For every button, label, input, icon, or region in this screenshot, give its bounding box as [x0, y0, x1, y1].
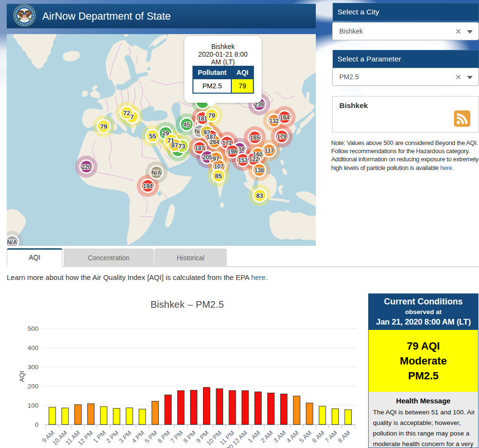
svg-text:45: 45 — [183, 121, 190, 128]
svg-text:10 AM: 10 AM — [51, 429, 69, 447]
svg-text:12 PM: 12 PM — [76, 429, 94, 447]
svg-text:1 AM: 1 AM — [246, 429, 262, 445]
svg-text:72: 72 — [123, 109, 130, 117]
svg-text:171: 171 — [222, 140, 232, 146]
svg-text:107: 107 — [214, 163, 224, 170]
svg-text:AQI: AQI — [18, 371, 25, 382]
svg-text:164: 164 — [280, 114, 289, 121]
svg-text:10 PM: 10 PM — [205, 429, 223, 447]
svg-text:3 PM: 3 PM — [118, 429, 133, 445]
svg-text:83: 83 — [256, 192, 263, 199]
svg-text:3 AM: 3 AM — [272, 429, 287, 445]
svg-text:4 AM: 4 AM — [285, 429, 300, 445]
svg-text:264: 264 — [210, 139, 219, 145]
svg-text:117: 117 — [264, 147, 274, 154]
svg-text:138: 138 — [254, 167, 264, 174]
svg-text:500: 500 — [27, 325, 38, 332]
svg-text:187: 187 — [195, 145, 204, 152]
svg-text:2 AM: 2 AM — [259, 429, 275, 445]
svg-text:200: 200 — [27, 383, 38, 390]
svg-text:198: 198 — [228, 148, 237, 155]
svg-text:179: 179 — [277, 133, 287, 140]
svg-text:7 AM: 7 AM — [323, 429, 339, 445]
svg-text:7: 7 — [130, 113, 133, 121]
svg-text:2 PM: 2 PM — [105, 429, 120, 445]
svg-text:6 AM: 6 AM — [311, 429, 326, 445]
svg-text:1 PM: 1 PM — [92, 429, 107, 445]
svg-text:220: 220 — [82, 164, 91, 170]
svg-text:73: 73 — [179, 143, 185, 150]
svg-text:85: 85 — [215, 172, 222, 180]
svg-text:400: 400 — [27, 344, 38, 351]
svg-text:97: 97 — [213, 155, 219, 162]
svg-text:132: 132 — [269, 118, 279, 124]
svg-text:6 PM: 6 PM — [156, 429, 171, 445]
svg-text:87: 87 — [171, 142, 178, 149]
svg-text:100: 100 — [27, 402, 38, 409]
svg-text:7 PM: 7 PM — [169, 429, 184, 445]
svg-text:79: 79 — [208, 112, 215, 119]
svg-text:N/A: N/A — [7, 239, 17, 246]
svg-text:5 AM: 5 AM — [298, 429, 313, 445]
svg-text:55: 55 — [149, 133, 156, 140]
svg-text:4 PM: 4 PM — [131, 429, 146, 445]
svg-text:29: 29 — [162, 130, 169, 137]
svg-text:8 PM: 8 PM — [182, 429, 197, 445]
svg-text:300: 300 — [27, 363, 38, 371]
svg-text:N/A: N/A — [152, 170, 162, 176]
svg-text:165: 165 — [250, 134, 260, 141]
svg-text:0: 0 — [35, 421, 38, 428]
svg-text:153: 153 — [238, 157, 248, 164]
svg-text:194: 194 — [143, 183, 153, 190]
svg-text:122: 122 — [249, 156, 259, 163]
svg-text:5 PM: 5 PM — [143, 429, 158, 445]
svg-text:181: 181 — [198, 115, 207, 122]
svg-text:79: 79 — [100, 123, 107, 130]
svg-text:205: 205 — [203, 154, 212, 161]
svg-text:8 AM: 8 AM — [336, 429, 352, 445]
